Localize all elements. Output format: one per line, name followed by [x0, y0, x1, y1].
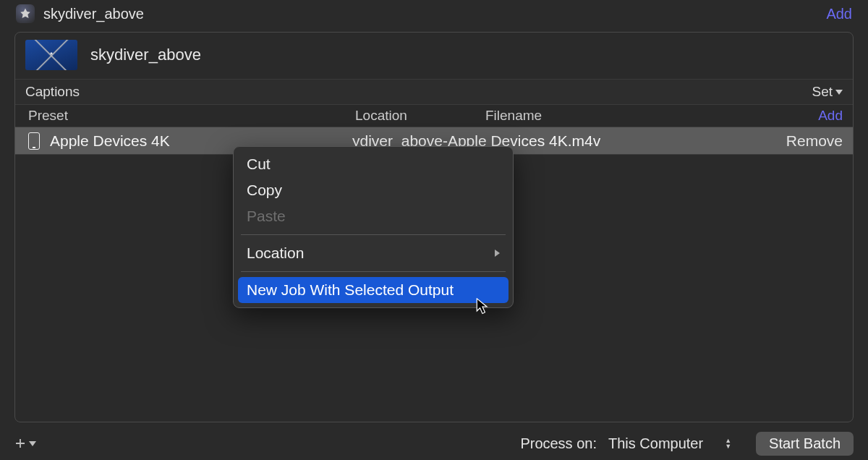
ctx-new-job-label: New Job With Selected Output: [247, 281, 454, 299]
job-header: skydiver_above: [15, 33, 853, 79]
batch-window: skydiver_above Add skydiver_above Captio…: [0, 0, 868, 460]
process-on-select[interactable]: This Computer ▲▼: [605, 433, 739, 454]
remove-preset-button[interactable]: Remove: [776, 132, 843, 150]
add-preset-link[interactable]: Add: [818, 108, 843, 124]
start-batch-button[interactable]: Start Batch: [756, 432, 854, 456]
col-header-location: Location: [355, 108, 485, 124]
ctx-cut-label: Cut: [247, 156, 271, 173]
ctx-paste-label: Paste: [247, 208, 286, 225]
stepper-icon: ▲▼: [725, 438, 731, 449]
captions-set-dropdown[interactable]: Set: [812, 84, 843, 100]
add-menu-button[interactable]: [14, 438, 36, 449]
ctx-copy-label: Copy: [247, 182, 282, 199]
job-title: skydiver_above: [90, 46, 201, 64]
add-job-link[interactable]: Add: [826, 6, 852, 22]
ctx-location[interactable]: Location: [238, 240, 509, 266]
menu-separator: [241, 271, 506, 272]
ctx-copy[interactable]: Copy: [238, 177, 509, 203]
context-menu: Cut Copy Paste Location New Job With Sel…: [233, 146, 514, 308]
chevron-down-icon: [835, 90, 843, 95]
plus-icon: [14, 438, 26, 449]
ctx-new-job[interactable]: New Job With Selected Output: [238, 277, 509, 303]
captions-row: Captions Set: [15, 79, 853, 105]
ctx-location-label: Location: [247, 244, 304, 262]
app-icon: [16, 4, 35, 23]
window-header: skydiver_above Add: [0, 0, 868, 27]
col-header-preset: Preset: [28, 108, 355, 124]
process-on-value: This Computer: [608, 435, 703, 452]
captions-label: Captions: [25, 84, 80, 100]
captions-set-label: Set: [812, 84, 833, 100]
chevron-right-icon: [495, 250, 500, 257]
job-thumbnail: [25, 40, 77, 70]
process-on-label: Process on:: [520, 435, 597, 452]
ctx-cut[interactable]: Cut: [238, 151, 509, 177]
ctx-paste: Paste: [238, 203, 509, 229]
column-headers: Preset Location Filename Add: [15, 105, 853, 127]
footer: Process on: This Computer ▲▼ Start Batch: [0, 427, 868, 460]
menu-separator: [241, 234, 506, 235]
chevron-down-icon: [29, 441, 36, 446]
col-header-filename: Filename: [485, 108, 818, 124]
device-icon: [28, 132, 40, 150]
window-title: skydiver_above: [43, 6, 826, 22]
